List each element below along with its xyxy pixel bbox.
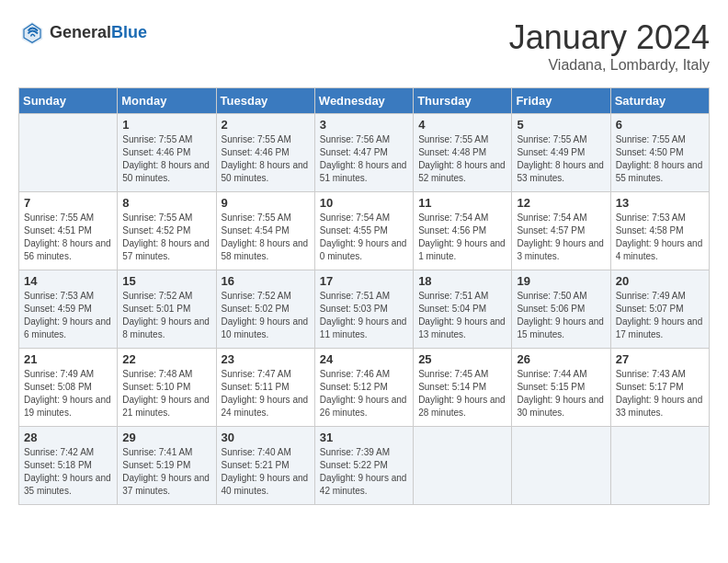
day-number: 8: [122, 196, 210, 210]
week-row-2: 7 Sunrise: 7:55 AMSunset: 4:51 PMDayligh…: [19, 192, 710, 270]
cell-week4-day5: 26 Sunrise: 7:44 AMSunset: 5:15 PMDaylig…: [512, 349, 610, 427]
day-number: 3: [320, 118, 408, 132]
day-number: 2: [222, 118, 310, 132]
logo-text-general: General: [50, 23, 111, 41]
week-row-3: 14 Sunrise: 7:53 AMSunset: 4:59 PMDaylig…: [19, 270, 710, 349]
col-saturday: Saturday: [610, 88, 709, 114]
day-number: 15: [122, 274, 210, 288]
day-info: Sunrise: 7:39 AMSunset: 5:22 PMDaylight:…: [320, 447, 407, 496]
day-number: 5: [517, 118, 605, 132]
col-sunday: Sunday: [19, 88, 118, 114]
day-number: 13: [616, 196, 704, 210]
day-info: Sunrise: 7:55 AMSunset: 4:51 PMDaylight:…: [24, 213, 111, 261]
cell-week2-day3: 10 Sunrise: 7:54 AMSunset: 4:55 PMDaylig…: [314, 192, 413, 270]
day-number: 4: [418, 118, 506, 132]
cell-week5-day1: 29 Sunrise: 7:41 AMSunset: 5:19 PMDaylig…: [118, 427, 216, 505]
day-info: Sunrise: 7:46 AMSunset: 5:12 PMDaylight:…: [320, 369, 407, 418]
day-info: Sunrise: 7:54 AMSunset: 4:56 PMDaylight:…: [418, 213, 506, 261]
day-info: Sunrise: 7:53 AMSunset: 4:59 PMDaylight:…: [24, 291, 111, 339]
day-number: 14: [24, 274, 112, 288]
cell-week3-day0: 14 Sunrise: 7:53 AMSunset: 4:59 PMDaylig…: [19, 270, 118, 349]
col-monday: Monday: [118, 88, 216, 114]
cell-week4-day4: 25 Sunrise: 7:45 AMSunset: 5:14 PMDaylig…: [414, 349, 512, 427]
cell-week5-day5: [512, 427, 610, 505]
cell-week1-day4: 4 Sunrise: 7:55 AMSunset: 4:48 PMDayligh…: [414, 114, 512, 192]
cell-week2-day6: 13 Sunrise: 7:53 AMSunset: 4:58 PMDaylig…: [610, 192, 709, 270]
day-info: Sunrise: 7:48 AMSunset: 5:10 PMDaylight:…: [122, 369, 210, 418]
cell-week1-day2: 2 Sunrise: 7:55 AMSunset: 4:46 PMDayligh…: [216, 114, 314, 192]
logo-icon: [18, 18, 46, 46]
day-number: 17: [320, 274, 408, 288]
week-row-1: 1 Sunrise: 7:55 AMSunset: 4:46 PMDayligh…: [19, 114, 710, 192]
page-header: GeneralBlue January 2024 Viadana, Lombar…: [18, 18, 710, 74]
location-title: Viadana, Lombardy, Italy: [509, 57, 710, 74]
day-number: 31: [320, 431, 408, 444]
day-number: 24: [320, 352, 408, 366]
day-info: Sunrise: 7:45 AMSunset: 5:14 PMDaylight:…: [418, 369, 506, 418]
day-number: 9: [222, 196, 310, 210]
calendar-table: Sunday Monday Tuesday Wednesday Thursday…: [18, 87, 710, 505]
day-info: Sunrise: 7:56 AMSunset: 4:47 PMDaylight:…: [320, 134, 407, 183]
day-info: Sunrise: 7:43 AMSunset: 5:17 PMDaylight:…: [616, 369, 703, 418]
cell-week3-day1: 15 Sunrise: 7:52 AMSunset: 5:01 PMDaylig…: [118, 270, 216, 349]
day-number: 26: [517, 352, 605, 366]
day-info: Sunrise: 7:55 AMSunset: 4:50 PMDaylight:…: [616, 134, 703, 183]
week-row-5: 28 Sunrise: 7:42 AMSunset: 5:18 PMDaylig…: [19, 427, 710, 505]
cell-week2-day2: 9 Sunrise: 7:55 AMSunset: 4:54 PMDayligh…: [216, 192, 314, 270]
col-tuesday: Tuesday: [216, 88, 314, 114]
cell-week4-day2: 23 Sunrise: 7:47 AMSunset: 5:11 PMDaylig…: [216, 349, 314, 427]
cell-week2-day5: 12 Sunrise: 7:54 AMSunset: 4:57 PMDaylig…: [512, 192, 610, 270]
day-info: Sunrise: 7:49 AMSunset: 5:07 PMDaylight:…: [616, 291, 703, 339]
day-number: 30: [222, 431, 310, 444]
day-number: 10: [320, 196, 408, 210]
day-info: Sunrise: 7:50 AMSunset: 5:06 PMDaylight:…: [517, 291, 604, 339]
day-info: Sunrise: 7:40 AMSunset: 5:21 PMDaylight:…: [222, 447, 309, 496]
cell-week2-day1: 8 Sunrise: 7:55 AMSunset: 4:52 PMDayligh…: [118, 192, 216, 270]
day-info: Sunrise: 7:55 AMSunset: 4:46 PMDaylight:…: [222, 134, 309, 183]
day-info: Sunrise: 7:55 AMSunset: 4:48 PMDaylight:…: [418, 134, 506, 183]
day-number: 27: [616, 352, 704, 366]
cell-week2-day0: 7 Sunrise: 7:55 AMSunset: 4:51 PMDayligh…: [19, 192, 118, 270]
week-row-4: 21 Sunrise: 7:49 AMSunset: 5:08 PMDaylig…: [19, 349, 710, 427]
day-info: Sunrise: 7:41 AMSunset: 5:19 PMDaylight:…: [122, 447, 210, 496]
cell-week3-day2: 16 Sunrise: 7:52 AMSunset: 5:02 PMDaylig…: [216, 270, 314, 349]
title-block: January 2024 Viadana, Lombardy, Italy: [509, 18, 710, 74]
cell-week1-day0: [19, 114, 118, 192]
cell-week5-day3: 31 Sunrise: 7:39 AMSunset: 5:22 PMDaylig…: [314, 427, 413, 505]
cell-week1-day6: 6 Sunrise: 7:55 AMSunset: 4:50 PMDayligh…: [610, 114, 709, 192]
day-number: 21: [24, 352, 112, 366]
day-info: Sunrise: 7:55 AMSunset: 4:52 PMDaylight:…: [122, 213, 210, 261]
day-info: Sunrise: 7:55 AMSunset: 4:49 PMDaylight:…: [517, 134, 604, 183]
day-number: 28: [24, 431, 112, 444]
day-info: Sunrise: 7:51 AMSunset: 5:03 PMDaylight:…: [320, 291, 407, 339]
logo: GeneralBlue: [18, 18, 147, 46]
cell-week3-day5: 19 Sunrise: 7:50 AMSunset: 5:06 PMDaylig…: [512, 270, 610, 349]
day-number: 1: [122, 118, 210, 132]
cell-week2-day4: 11 Sunrise: 7:54 AMSunset: 4:56 PMDaylig…: [414, 192, 512, 270]
cell-week4-day6: 27 Sunrise: 7:43 AMSunset: 5:17 PMDaylig…: [610, 349, 709, 427]
cell-week5-day4: [414, 427, 512, 505]
day-number: 18: [418, 274, 506, 288]
day-info: Sunrise: 7:55 AMSunset: 4:54 PMDaylight:…: [222, 213, 309, 261]
cell-week1-day1: 1 Sunrise: 7:55 AMSunset: 4:46 PMDayligh…: [118, 114, 216, 192]
day-number: 22: [122, 352, 210, 366]
day-number: 23: [222, 352, 310, 366]
day-number: 19: [517, 274, 605, 288]
day-number: 6: [616, 118, 704, 132]
logo-text-blue: Blue: [111, 23, 147, 41]
day-info: Sunrise: 7:54 AMSunset: 4:57 PMDaylight:…: [517, 213, 604, 261]
day-number: 20: [616, 274, 704, 288]
day-number: 16: [222, 274, 310, 288]
day-number: 11: [418, 196, 506, 210]
header-row: Sunday Monday Tuesday Wednesday Thursday…: [19, 88, 710, 114]
cell-week4-day3: 24 Sunrise: 7:46 AMSunset: 5:12 PMDaylig…: [314, 349, 413, 427]
day-number: 12: [517, 196, 605, 210]
day-info: Sunrise: 7:54 AMSunset: 4:55 PMDaylight:…: [320, 213, 407, 261]
day-info: Sunrise: 7:47 AMSunset: 5:11 PMDaylight:…: [222, 369, 309, 418]
day-number: 29: [122, 431, 210, 444]
cell-week4-day0: 21 Sunrise: 7:49 AMSunset: 5:08 PMDaylig…: [19, 349, 118, 427]
day-info: Sunrise: 7:44 AMSunset: 5:15 PMDaylight:…: [517, 369, 604, 418]
col-friday: Friday: [512, 88, 610, 114]
col-wednesday: Wednesday: [314, 88, 413, 114]
day-number: 25: [418, 352, 506, 366]
